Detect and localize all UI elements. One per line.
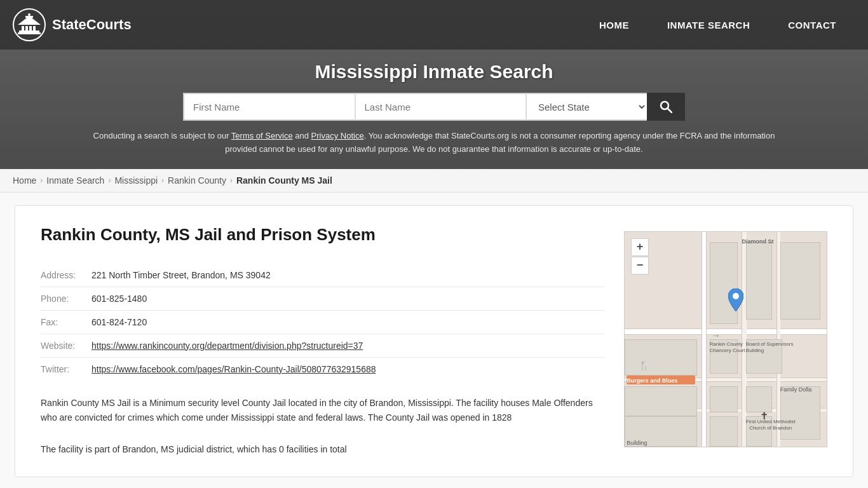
last-name-input[interactable] xyxy=(355,93,527,121)
nav-home[interactable]: HOME xyxy=(580,2,648,48)
twitter-value: https://www.facebook.com/pages/Rankin-Co… xyxy=(92,357,605,381)
first-name-input[interactable] xyxy=(183,93,355,121)
phone-value: 601-825-1480 xyxy=(92,287,605,310)
search-icon xyxy=(660,100,672,113)
direction-arrow: → xyxy=(712,330,721,341)
main-content: Rankin County, MS Jail and Prison System… xyxy=(0,193,868,488)
map-block-3 xyxy=(780,242,821,320)
map-label-burgers: Burgers and Blues xyxy=(627,377,677,384)
content-card: Rankin County, MS Jail and Prison System… xyxy=(15,205,853,477)
description-1: Rankin County MS Jail is a Minimum secur… xyxy=(41,396,605,426)
svg-rect-2 xyxy=(18,32,41,34)
website-link[interactable]: https://www.rankincounty.org/department/… xyxy=(92,341,363,351)
fax-row: Fax: 601-824-7120 xyxy=(41,310,605,334)
breadcrumb: Home › Inmate Search › Mississippi › Ran… xyxy=(0,169,868,193)
map-zoom-controls: + − xyxy=(631,238,649,274)
map-block-4 xyxy=(625,339,697,376)
site-logo[interactable]: StateCourts xyxy=(13,8,132,41)
logo-icon xyxy=(13,8,46,41)
map-block-7 xyxy=(746,386,772,412)
svg-point-12 xyxy=(733,293,739,299)
nav-inmate-search[interactable]: INMATE SEARCH xyxy=(648,2,769,48)
disclaimer-text: Conducting a search is subject to our Te… xyxy=(85,130,783,156)
restaurant-icon: 🍴 xyxy=(639,360,649,370)
breadcrumb-county[interactable]: Rankin County xyxy=(168,175,226,186)
svg-rect-6 xyxy=(33,26,36,31)
map-pin xyxy=(728,288,743,313)
facility-title: Rankin County, MS Jail and Prison System xyxy=(41,225,605,245)
terms-link[interactable]: Terms of Service xyxy=(231,131,293,140)
breadcrumb-inmate-search[interactable]: Inmate Search xyxy=(46,175,104,186)
map-label-family: Family Dolla xyxy=(780,386,812,393)
page-title: Mississippi Inmate Search xyxy=(13,61,855,83)
map-block-8 xyxy=(780,386,821,440)
sep1: › xyxy=(40,176,43,185)
address-value: 221 North Timber Street, Brandon, MS 390… xyxy=(92,264,605,287)
address-label: Address: xyxy=(41,264,92,287)
fax-value: 601-824-7120 xyxy=(92,310,605,334)
search-bar: Select State Alabama Alaska Arizona Miss… xyxy=(183,93,685,121)
svg-rect-5 xyxy=(29,26,32,31)
twitter-label: Twitter: xyxy=(41,357,92,381)
search-area: Mississippi Inmate Search Select State A… xyxy=(0,50,868,169)
privacy-link[interactable]: Privacy Notice xyxy=(311,131,364,140)
info-table: Address: 221 North Timber Street, Brando… xyxy=(41,264,605,381)
zoom-out-button[interactable]: − xyxy=(631,257,649,274)
map-block-2 xyxy=(746,242,772,320)
top-nav: HOME INMATE SEARCH CONTACT xyxy=(580,2,855,48)
zoom-in-button[interactable]: + xyxy=(631,238,649,256)
map-label-building: Building xyxy=(627,440,647,446)
svg-rect-8 xyxy=(25,16,33,18)
search-button[interactable] xyxy=(647,93,685,121)
address-row: Address: 221 North Timber Street, Brando… xyxy=(41,264,605,287)
description-2: The facility is part of Brandon, MS judi… xyxy=(41,442,605,458)
phone-label: Phone: xyxy=(41,287,92,310)
fax-label: Fax: xyxy=(41,310,92,334)
church-icon: ✝ xyxy=(760,410,768,422)
map-label-church: First United MethodistChurch of Brandon xyxy=(746,419,796,432)
map-container: Diamond St Rankin CountyChancery Court B… xyxy=(624,231,827,447)
website-label: Website: xyxy=(41,334,92,357)
logo-text: StateCourts xyxy=(52,17,132,33)
svg-point-9 xyxy=(28,13,31,16)
state-select[interactable]: Select State Alabama Alaska Arizona Miss… xyxy=(526,93,647,121)
breadcrumb-home[interactable]: Home xyxy=(13,175,36,186)
map-road-h1 xyxy=(625,329,827,335)
breadcrumb-state[interactable]: Mississippi xyxy=(114,175,158,186)
twitter-row: Twitter: https://www.facebook.com/pages/… xyxy=(41,357,605,381)
map-road-v1 xyxy=(702,232,707,447)
map-block-6 xyxy=(710,386,738,412)
sep3: › xyxy=(161,176,164,185)
nav-contact[interactable]: CONTACT xyxy=(769,2,855,48)
map-label-chancery: Rankin CountyChancery Court xyxy=(710,341,745,355)
website-row: Website: https://www.rankincounty.org/de… xyxy=(41,334,605,357)
map-block-10 xyxy=(710,416,738,446)
map-label-diamond: Diamond St xyxy=(742,238,773,245)
svg-rect-4 xyxy=(25,26,28,31)
map-block-5 xyxy=(625,386,697,416)
map-label-board: Board of SupervisorsBuilding xyxy=(746,341,794,355)
svg-line-11 xyxy=(668,109,672,112)
sep2: › xyxy=(108,176,111,185)
sep4: › xyxy=(230,176,233,185)
website-value: https://www.rankincounty.org/department/… xyxy=(92,334,605,357)
twitter-link[interactable]: https://www.facebook.com/pages/Rankin-Co… xyxy=(92,364,376,374)
phone-row: Phone: 601-825-1480 xyxy=(41,287,605,310)
svg-rect-3 xyxy=(22,26,24,31)
breadcrumb-current: Rankin County MS Jail xyxy=(236,175,332,186)
facility-info: Rankin County, MS Jail and Prison System… xyxy=(41,225,605,458)
